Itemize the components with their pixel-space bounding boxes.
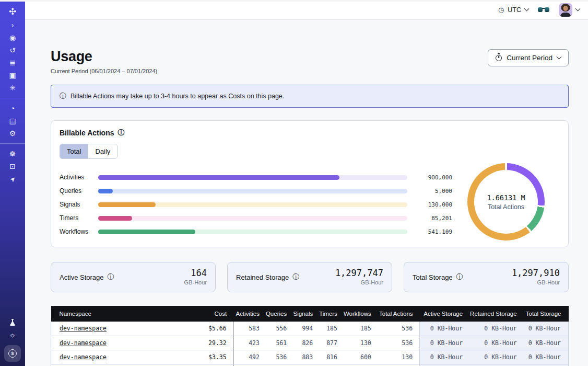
cost-cell: $5.66	[185, 322, 233, 336]
total-actions-donut: 1.66131 M Total Actions	[467, 163, 545, 241]
sun-icon: ☼	[9, 331, 16, 338]
sidebar-item-layers[interactable]: ≣	[0, 56, 25, 69]
sidebar-item-labs[interactable]	[0, 316, 25, 328]
cost-cell	[185, 364, 233, 366]
bar-chart: Activities 900,000 Queries 5,000 Signals…	[60, 167, 452, 238]
sidebar-item-schedules[interactable]: ↺	[0, 44, 25, 56]
clock-icon: ◷	[498, 6, 504, 14]
sidebar-item-usage[interactable]: ◔	[0, 102, 25, 115]
total-actions-cell	[378, 364, 419, 366]
active-storage-cell: 0 KB-Hour	[419, 350, 471, 364]
info-icon[interactable]: ⓘ	[456, 272, 463, 282]
col-retained-storage: Retained Storage	[470, 306, 524, 322]
namespace-link[interactable]: dev-namespace	[60, 325, 107, 332]
bar-value: 900,000	[413, 174, 452, 181]
feedback-glasses-button[interactable]	[538, 6, 549, 13]
timers-cell: 877	[319, 336, 344, 350]
activities-cell	[233, 364, 266, 366]
active-storage-unit: GB-Hour	[184, 279, 207, 286]
chevron-right-icon: ›	[11, 21, 14, 29]
total-actions-cell: 130	[378, 350, 419, 364]
bar-label: Signals	[60, 201, 98, 208]
bar-row-activities: Activities 900,000	[60, 170, 452, 184]
period-selector-label: Current Period	[507, 54, 552, 62]
bar-track	[98, 216, 407, 221]
cube-icon: ▣	[9, 72, 16, 79]
active-storage-card: Active Storageⓘ 164GB-Hour	[51, 262, 216, 292]
bar-fill	[98, 189, 113, 193]
bar-label: Queries	[60, 187, 98, 195]
sidebar-item-credits-active[interactable]: $	[4, 345, 21, 362]
total-storage-label: Total Storage	[413, 273, 453, 281]
sidebar-item-billing[interactable]: ▤	[0, 115, 25, 127]
active-storage-cell: 0 KB-Hour	[419, 322, 471, 336]
retained-storage-label: Retained Storage	[236, 273, 289, 281]
sidebar-item-getting-started[interactable]: ➤	[0, 173, 25, 185]
sidebar-item-theme[interactable]: ☼	[0, 328, 25, 341]
sidebar-item-namespaces[interactable]: ◉	[0, 31, 25, 44]
signals-cell: 994	[293, 322, 319, 336]
bar-fill	[98, 175, 339, 180]
storage-summary-row: Active Storageⓘ 164GB-Hour Retained Stor…	[51, 262, 569, 292]
donut-zone: 1.66131 M Total Actions	[452, 167, 560, 238]
workflows-cell: 600	[344, 350, 378, 364]
namespace-link[interactable]: dev-namespace	[60, 353, 107, 361]
total-actions-cell: 536	[378, 322, 419, 336]
bar-track	[98, 189, 407, 193]
bar-fill	[98, 202, 156, 207]
namespace-link[interactable]: dev-namespace	[60, 339, 107, 347]
total-storage-cell: 0 KB-Hour	[524, 322, 569, 336]
sidebar-item-nexus[interactable]: ✳	[0, 82, 25, 94]
signals-cell	[293, 364, 319, 366]
col-namespace: Namespace	[51, 306, 186, 322]
table-row: dev-namespace	[51, 364, 569, 366]
queries-cell: 536	[266, 350, 293, 364]
bar-value: 541,109	[413, 228, 452, 235]
sidebar-expand-button[interactable]: ›	[0, 19, 25, 31]
sidebar-item-support[interactable]: ☸	[0, 147, 25, 160]
cost-cell: $3.35	[185, 350, 233, 364]
chevron-down-icon	[524, 6, 530, 12]
info-banner: ⓘ Billable Actions may take up to 3-4 ho…	[51, 85, 569, 108]
billable-actions-title: Billable Actions	[60, 129, 114, 137]
info-icon[interactable]: ⓘ	[108, 272, 114, 282]
retained-storage-cell: 0 KB-Hour	[470, 350, 524, 364]
main-content: Usage Current Period (06/01/2024 – 07/01…	[25, 20, 588, 366]
page-subtitle: Current Period (06/01/2024 – 07/01/2024)	[51, 68, 157, 74]
info-banner-text: Billable Actions may take up to 3-4 hour…	[70, 93, 284, 100]
account-menu[interactable]	[559, 3, 580, 17]
page-header: Usage Current Period (06/01/2024 – 07/01…	[51, 48, 569, 74]
temporal-logo[interactable]: ✣	[0, 4, 25, 19]
donut-center: 1.66131 M Total Actions	[474, 170, 538, 234]
timezone-selector[interactable]: ◷ UTC	[498, 6, 528, 14]
sidebar-item-settings[interactable]: ⚙	[0, 127, 25, 140]
bar-track	[98, 202, 407, 207]
timezone-label: UTC	[508, 6, 521, 14]
bar-row-queries: Queries 5,000	[60, 184, 452, 198]
app-shell: ◷ UTC Usage Current Period (06/01/2024 –…	[25, 0, 588, 366]
billable-actions-chart: Activities 900,000 Queries 5,000 Signals…	[60, 167, 560, 238]
sidebar-item-feedback[interactable]: ⊡	[0, 160, 25, 173]
bar-row-timers: Timers 85,201	[60, 211, 452, 225]
total-storage-unit: GB-Hour	[512, 279, 560, 286]
timers-cell	[319, 364, 344, 366]
glasses-icon	[542, 8, 545, 9]
info-icon[interactable]: ⓘ	[292, 272, 299, 282]
bar-label: Timers	[60, 214, 98, 222]
table-header-row: Namespace Cost Activities Queries Signal…	[51, 306, 569, 322]
active-storage-cell	[419, 364, 471, 366]
sidebar-item-deployments[interactable]: ▣	[0, 69, 25, 82]
total-actions-value: 1.66131 M	[487, 193, 525, 202]
topbar: ◷ UTC	[25, 0, 588, 20]
tab-total[interactable]: Total	[60, 144, 88, 158]
bar-value: 130,000	[413, 201, 452, 208]
period-selector-button[interactable]: Current Period	[488, 49, 569, 66]
info-icon[interactable]: ⓘ	[118, 128, 125, 138]
chevron-down-icon	[575, 6, 581, 12]
activities-cell: 492	[233, 350, 266, 364]
tab-daily[interactable]: Daily	[88, 144, 117, 158]
layers-icon: ≣	[9, 59, 16, 66]
flask-icon	[9, 318, 16, 326]
total-storage-value: 1,297,910	[512, 268, 560, 279]
col-timers: Timers	[319, 306, 344, 322]
